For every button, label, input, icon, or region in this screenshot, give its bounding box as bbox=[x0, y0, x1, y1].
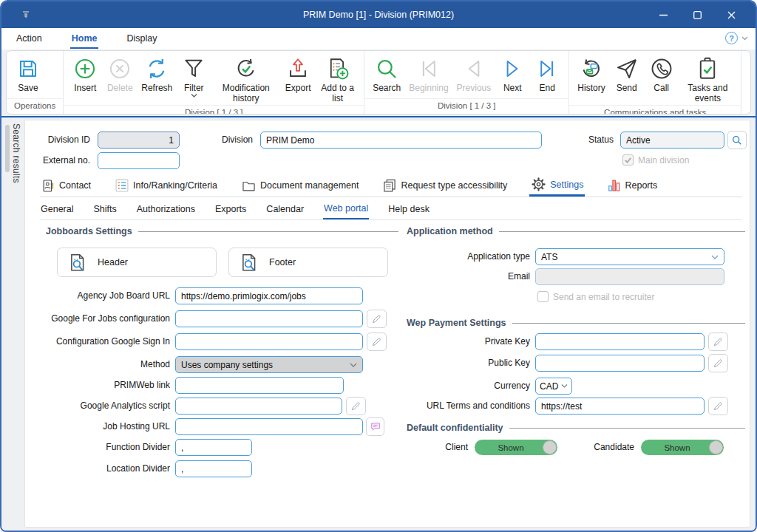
email-field[interactable] bbox=[535, 268, 724, 285]
chevron-down-icon bbox=[711, 255, 719, 259]
end-button[interactable]: End bbox=[530, 55, 564, 94]
bar-chart-icon bbox=[607, 178, 621, 193]
tasks-and-events-icon bbox=[694, 55, 721, 82]
tasks-and-events-button[interactable]: Tasks and events bbox=[679, 55, 736, 105]
currency-select[interactable]: CAD bbox=[535, 378, 572, 395]
subtab-authorizations[interactable]: Authorizations bbox=[136, 198, 196, 219]
menu-home[interactable]: Home bbox=[70, 29, 99, 49]
header-preview-button[interactable]: Header bbox=[57, 248, 217, 277]
status-lookup-button[interactable] bbox=[727, 131, 747, 149]
url-terms-edit-button[interactable] bbox=[708, 397, 728, 415]
send-email-label: Send an email to recruiter bbox=[553, 292, 654, 302]
next-button[interactable]: Next bbox=[495, 55, 529, 94]
division-field[interactable] bbox=[260, 132, 542, 149]
agency-job-board-url-field[interactable] bbox=[175, 287, 363, 304]
menu-display[interactable]: Display bbox=[125, 29, 158, 49]
menu-action[interactable]: Action bbox=[15, 29, 44, 49]
jobboards-settings-header: Jobboards Settings bbox=[46, 226, 398, 236]
tab-reports[interactable]: Reports bbox=[605, 174, 659, 197]
tab-settings[interactable]: Settings bbox=[529, 174, 585, 197]
url-terms-field[interactable] bbox=[535, 398, 705, 415]
ribbon-group-label: Operations bbox=[7, 98, 63, 114]
subtab-calendar[interactable]: Calendar bbox=[265, 198, 305, 219]
delete-button[interactable]: Delete bbox=[103, 55, 137, 94]
stacked-documents-icon bbox=[382, 178, 397, 193]
google-analytics-edit-button[interactable] bbox=[346, 397, 366, 415]
pin-icon[interactable] bbox=[21, 9, 31, 21]
google-for-jobs-field[interactable] bbox=[175, 310, 363, 327]
send-button[interactable]: Send bbox=[610, 55, 644, 94]
send-email-checkbox[interactable]: Send an email to recruiter bbox=[537, 291, 654, 302]
status-label: Status bbox=[569, 132, 614, 149]
main-division-checkbox[interactable]: Main division bbox=[622, 154, 689, 166]
google-for-jobs-edit-button[interactable] bbox=[367, 310, 387, 328]
insert-button[interactable]: Insert bbox=[68, 55, 102, 94]
search-button[interactable]: Search bbox=[369, 55, 404, 94]
method-select[interactable]: Uses company settings bbox=[175, 356, 363, 373]
save-button[interactable]: Save bbox=[11, 55, 45, 94]
footer-preview-button[interactable]: Footer bbox=[228, 248, 388, 277]
google-signin-edit-button[interactable] bbox=[367, 332, 387, 351]
function-divider-field[interactable] bbox=[175, 439, 252, 456]
status-field[interactable] bbox=[620, 132, 724, 149]
division-label: Division bbox=[180, 132, 253, 149]
search-results-collapsed-panel[interactable]: Search results bbox=[11, 123, 21, 183]
job-hosting-comment-button[interactable] bbox=[366, 417, 384, 436]
maximize-button[interactable] bbox=[680, 1, 714, 28]
menu-bar: Action Home Display ? bbox=[1, 28, 756, 50]
previous-icon bbox=[461, 55, 487, 82]
candidate-label: Candidate bbox=[572, 439, 634, 456]
beginning-button[interactable]: Beginning bbox=[405, 55, 452, 94]
gear-icon bbox=[531, 177, 546, 192]
public-key-edit-button[interactable] bbox=[708, 354, 728, 372]
document-preview-icon bbox=[68, 252, 87, 273]
toggle-knob bbox=[709, 440, 723, 454]
external-no-field[interactable] bbox=[98, 152, 180, 169]
application-type-select[interactable]: ATS bbox=[535, 248, 724, 265]
location-divider-field[interactable] bbox=[175, 460, 252, 477]
subtab-general[interactable]: General bbox=[40, 198, 74, 219]
primweb-link-field[interactable] bbox=[175, 377, 344, 394]
help-button[interactable]: ? bbox=[725, 32, 748, 44]
minimize-button[interactable] bbox=[646, 1, 680, 28]
previous-button[interactable]: Previous bbox=[453, 55, 495, 94]
tab-document-management[interactable]: Document management bbox=[240, 174, 360, 197]
chevron-down-icon bbox=[741, 36, 748, 41]
public-key-label: Public Key bbox=[407, 355, 530, 372]
private-key-field[interactable] bbox=[535, 333, 705, 350]
refresh-button[interactable]: Refresh bbox=[138, 55, 176, 94]
close-button[interactable] bbox=[714, 1, 748, 28]
private-key-label: Private Key bbox=[407, 333, 530, 350]
history-button[interactable]: History bbox=[574, 55, 608, 94]
primweb-link-label: PRIMWeb link bbox=[25, 377, 170, 394]
subtab-help-desk[interactable]: Help desk bbox=[387, 198, 430, 219]
tab-request-type-accessibility[interactable]: Request type accessibility bbox=[381, 174, 509, 197]
filter-button[interactable]: Filter bbox=[177, 55, 211, 98]
next-icon bbox=[499, 55, 526, 82]
ribbon-group-communications: History Send Call Tasks and events Commu… bbox=[569, 51, 741, 114]
subtab-exports[interactable]: Exports bbox=[214, 198, 247, 219]
export-button[interactable]: Export bbox=[281, 55, 315, 94]
call-button[interactable]: Call bbox=[645, 55, 679, 94]
job-hosting-url-label: Job Hosting URL bbox=[25, 418, 170, 435]
tab-contact[interactable]: Contact bbox=[40, 174, 92, 197]
google-signin-field[interactable] bbox=[175, 333, 363, 350]
client-confidentiality-toggle[interactable]: Shown bbox=[475, 440, 557, 455]
subtab-shifts[interactable]: Shifts bbox=[92, 198, 117, 219]
private-key-edit-button[interactable] bbox=[708, 332, 728, 351]
chevron-down-icon bbox=[350, 363, 357, 367]
google-analytics-field[interactable] bbox=[175, 398, 342, 415]
workspace: Search results Division ID Division Stat… bbox=[1, 117, 756, 531]
public-key-field[interactable] bbox=[535, 355, 705, 372]
application-type-label: Application type bbox=[407, 248, 530, 265]
subtab-web-portal[interactable]: Web portal bbox=[323, 198, 369, 219]
chat-bubble-icon bbox=[370, 421, 381, 432]
record-tabs: Contact Info/Ranking/Criteria Document m… bbox=[40, 174, 742, 197]
job-hosting-url-field[interactable] bbox=[175, 418, 363, 435]
modification-history-button[interactable]: Modification history bbox=[211, 55, 280, 105]
add-to-list-button[interactable]: Add to a list bbox=[316, 55, 359, 105]
division-id-field[interactable] bbox=[98, 132, 180, 149]
panel-grip[interactable] bbox=[5, 125, 10, 172]
tab-info-ranking-criteria[interactable]: Info/Ranking/Criteria bbox=[113, 174, 219, 197]
candidate-confidentiality-toggle[interactable]: Shown bbox=[641, 440, 724, 455]
